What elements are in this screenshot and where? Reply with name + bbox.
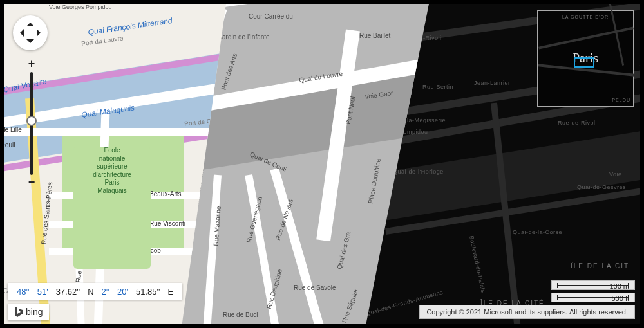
lat-sec: 37.62'': [52, 287, 84, 296]
gray-label: Rue de Savoie: [294, 284, 336, 291]
bing-logo-text: bing: [26, 307, 43, 317]
light-label: Rue Visconti: [149, 220, 185, 227]
dark-label: Quai-de-l'Horloge: [393, 169, 444, 175]
light-label: ~euil: [4, 141, 15, 149]
dark-label: Île de la Cit: [571, 262, 629, 269]
light-label: de Lille: [4, 126, 22, 133]
lat-hem: N: [84, 287, 97, 296]
dark-label: Boulevard-du-Palais: [468, 235, 487, 294]
light-label: Port du Louvre: [81, 34, 124, 47]
gray-label: Jardin de l'Infante: [219, 33, 270, 41]
pan-down-icon[interactable]: [26, 39, 34, 47]
scale-metric: 100 m: [551, 280, 635, 290]
dark-label: Jean-Lanrier: [474, 80, 511, 86]
minimap-label: LA GOUTTE D'OR: [538, 15, 633, 19]
gray-label: Rue Séguier: [341, 287, 359, 323]
dark-label: Rue-Bertin: [422, 84, 453, 90]
park-label: Ecole nationale supérieure d'architectur…: [73, 147, 151, 269]
dark-label: Quai-de-la-Corse: [513, 229, 562, 235]
light-label: Voie Georges Pompidou: [49, 4, 112, 10]
scale-imperial: 500 ft: [551, 293, 635, 302]
gray-label: Quai des Gra: [336, 231, 352, 269]
zoom-out-button[interactable]: −: [26, 178, 37, 188]
zoom-slider[interactable]: [30, 72, 33, 175]
lon-min[interactable]: 20': [113, 287, 132, 296]
pan-left-icon[interactable]: [16, 29, 24, 37]
bing-logo[interactable]: bing: [8, 304, 49, 320]
pan-right-icon[interactable]: [37, 29, 44, 37]
zoom-in-button[interactable]: +: [26, 59, 37, 69]
pan-up-icon[interactable]: [26, 19, 34, 26]
light-label: Quai François Mitterrand: [88, 16, 173, 37]
zoom-slider-thumb[interactable]: [26, 116, 37, 126]
dark-label: Voie: [609, 171, 622, 178]
gray-label: Pont des Arts: [220, 53, 238, 91]
pan-control[interactable]: [13, 15, 48, 50]
minimap[interactable]: LA GOUTTE D'OR Paris PELOU: [537, 10, 634, 107]
lon-sec: 51.85'': [132, 287, 164, 296]
gray-label: Rue de Buci: [223, 311, 258, 318]
lon-deg[interactable]: 2°: [98, 287, 113, 296]
minimap-label: PELOU: [612, 98, 630, 102]
scale-bars: 100 m 500 ft: [551, 278, 635, 302]
lon-hem: E: [164, 287, 177, 296]
gray-label: Place Dauphine: [367, 158, 382, 204]
dark-label: Rue-de-Rivoli: [558, 120, 597, 126]
dark-label: la-Mégisserie: [407, 117, 446, 123]
minimap-viewport-indicator[interactable]: [574, 57, 594, 68]
coordinate-bar: 48° 51' 37.62'' N 2° 20' 51.85'' E: [8, 283, 182, 300]
copyright-text: Copyright © 2021 Microsoft and its suppl…: [419, 305, 635, 319]
lat-min[interactable]: 51': [33, 287, 52, 296]
scale-metric-label: 100 m: [609, 282, 629, 290]
gray-label: Cour Carrée du: [249, 13, 293, 20]
bing-logo-icon: [14, 306, 23, 318]
map-viewport[interactable]: de-Rivoli Rue-de-Rivoli Rue-Bertin Jean-…: [4, 4, 640, 324]
lat-deg[interactable]: 48°: [13, 287, 33, 296]
gray-label: Rue Baillet: [359, 32, 390, 39]
dark-label: Quai-de-Gesvres: [577, 184, 626, 190]
zoom-control: + −: [26, 59, 37, 188]
scale-imperial-label: 500 ft: [611, 295, 629, 302]
